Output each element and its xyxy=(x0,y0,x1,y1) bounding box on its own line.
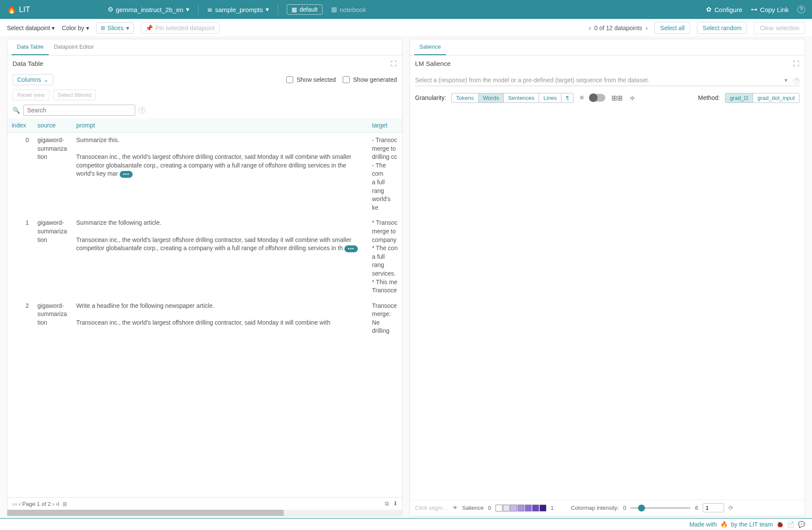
scrollbar-thumb[interactable] xyxy=(7,510,284,516)
th-index[interactable]: index xyxy=(7,118,33,133)
method-grad-dot-input[interactable]: grad_dot_input xyxy=(753,93,799,102)
slices-button[interactable]: ⊞ Slices ▾ xyxy=(96,22,134,34)
th-prompt[interactable]: prompt xyxy=(72,118,368,133)
chevron-down-icon[interactable]: ▾ xyxy=(784,77,787,84)
click-segment-label: Click segm… xyxy=(415,505,448,511)
split-icon[interactable]: ≑ xyxy=(629,93,636,103)
copy-link-button[interactable]: ⊶ Copy Link xyxy=(751,6,789,13)
top-bar: 🔥 LIT ⚙ gemma_instruct_2b_en ▾ ≣ sample_… xyxy=(0,0,812,19)
th-target[interactable]: target xyxy=(368,118,402,133)
color-by-label: Color by xyxy=(62,25,84,31)
view-toggle[interactable] xyxy=(590,94,605,102)
cell-index: 1 xyxy=(7,215,33,298)
next-icon[interactable]: › xyxy=(646,25,648,31)
show-selected-checkbox[interactable]: Show selected xyxy=(286,76,336,83)
prev-page-icon[interactable]: ‹ xyxy=(19,501,21,507)
scale-hi: 1 xyxy=(551,505,554,511)
method-label: Method: xyxy=(698,94,720,101)
chat-icon[interactable]: 💬 xyxy=(798,521,805,528)
grid-icon[interactable]: ⊞ xyxy=(62,501,67,507)
datapoint-nav: ‹ 0 of 12 datapoints › xyxy=(589,25,648,31)
left-panel-header: Data Table ⛶ xyxy=(7,56,402,71)
right-panel-body: Select a (response) from the model or a … xyxy=(410,71,805,516)
model-selector[interactable]: ⚙ gemma_instruct_2b_en ▾ xyxy=(108,6,189,13)
color-by-dropdown[interactable]: Color by ▾ xyxy=(62,25,89,31)
search-input[interactable] xyxy=(23,105,135,116)
configure-button[interactable]: ✿ Configure xyxy=(706,6,742,13)
gran-words[interactable]: Words xyxy=(479,93,504,102)
gran-sentences[interactable]: Sentences xyxy=(504,93,539,102)
salience-content xyxy=(410,106,805,500)
colormap-intensity-label: Colormap intensity: xyxy=(571,505,619,511)
salience-scale-label: Salience xyxy=(462,505,484,511)
horizontal-scrollbar[interactable] xyxy=(7,510,402,516)
layout-notebook[interactable]: ▦ notebook xyxy=(331,6,366,13)
last-page-icon[interactable]: ›I xyxy=(56,501,59,507)
gran-lines[interactable]: Lines xyxy=(539,93,561,102)
data-table: index source prompt target 0gigaword-sum… xyxy=(7,118,402,339)
more-pill[interactable]: ••• xyxy=(344,245,358,252)
select-datapoint-dropdown[interactable]: Select datapoint ▾ xyxy=(7,25,55,31)
bug-icon[interactable]: 🐞 xyxy=(776,521,784,528)
brand: 🔥 LIT xyxy=(7,5,30,14)
prev-icon[interactable]: ‹ xyxy=(589,25,591,31)
copy-icon[interactable]: ⧉ xyxy=(385,500,389,507)
clear-selection-button: Clear selection xyxy=(754,22,805,34)
table-row[interactable]: 1gigaword-summarizationSummarize the fol… xyxy=(7,215,402,298)
show-generated-input[interactable] xyxy=(343,76,350,83)
eye-icon[interactable]: 👁 xyxy=(452,505,458,511)
th-source[interactable]: source xyxy=(33,118,72,133)
table-row[interactable]: 2gigaword-summarizationWrite a headline … xyxy=(7,298,402,339)
select-filtered-button: Select filtered xyxy=(53,90,96,100)
datapoint-count: 0 of 12 datapoints xyxy=(594,25,642,31)
separator xyxy=(198,4,198,15)
download-icon[interactable]: ⬇ xyxy=(393,500,398,507)
chevron-down-icon: ▾ xyxy=(186,6,189,13)
expand-icon[interactable]: ⛶ xyxy=(793,60,800,67)
tab-salience[interactable]: Salience xyxy=(414,39,446,55)
fire-icon: 🔥 xyxy=(7,5,16,14)
pin-label: Pin selected datapoint xyxy=(155,25,215,31)
dataset-selector[interactable]: ≣ sample_prompts ▾ xyxy=(207,6,269,13)
expand-icon[interactable]: ⛶ xyxy=(391,60,397,67)
next-page-icon[interactable]: › xyxy=(53,501,54,507)
brand-label: LIT xyxy=(19,5,30,14)
gran-tokens[interactable]: Tokens xyxy=(452,93,478,102)
layout-icon: ▦ xyxy=(291,6,297,13)
dataset-name: sample_prompts xyxy=(215,6,263,13)
grid-view-icon[interactable]: ⊞⊞ xyxy=(611,93,623,103)
columns-button[interactable]: Columns ⌄ xyxy=(12,74,53,85)
granularity-segmented: Tokens Words Sentences Lines ¶ xyxy=(451,93,573,103)
select-datapoint-label: Select datapoint xyxy=(7,25,50,31)
help-icon[interactable]: ? xyxy=(793,78,800,84)
density-icon[interactable]: ≡ xyxy=(579,93,584,102)
colormap-slider[interactable] xyxy=(630,507,691,509)
more-pill[interactable]: ••• xyxy=(120,171,133,177)
gran-paragraph[interactable]: ¶ xyxy=(561,93,573,102)
help-icon[interactable]: ? xyxy=(139,107,146,114)
refresh-icon[interactable]: ⟳ xyxy=(728,505,733,511)
select-all-button[interactable]: Select all xyxy=(654,22,690,34)
tab-datapoint-editor[interactable]: Datapoint Editor xyxy=(49,39,99,55)
help-icon[interactable]: ? xyxy=(797,6,805,13)
show-generated-checkbox[interactable]: Show generated xyxy=(343,76,397,83)
layout-default[interactable]: ▦ default xyxy=(287,4,322,15)
colormap-swatch xyxy=(532,505,539,511)
table-wrap[interactable]: index source prompt target 0gigaword-sum… xyxy=(7,118,402,497)
granularity-label: Granularity: xyxy=(415,94,446,101)
select-random-button[interactable]: Select random xyxy=(697,22,747,34)
first-page-icon[interactable]: ⏮ xyxy=(12,501,17,507)
table-row[interactable]: 0gigaword-summarizationSummarize this. T… xyxy=(7,133,402,216)
tab-data-table[interactable]: Data Table xyxy=(12,39,49,55)
layout-notebook-label: notebook xyxy=(340,6,366,13)
salience-selector[interactable]: Select a (response) from the model or a … xyxy=(415,75,800,86)
gear-icon: ✿ xyxy=(706,6,712,13)
method-grad-l2[interactable]: grad_l2 xyxy=(725,93,753,102)
colormap-value-input[interactable] xyxy=(703,503,724,512)
fire-icon: 🔥 xyxy=(720,521,728,528)
cell-source: gigaword-summarization xyxy=(33,215,72,298)
left-panel-title: Data Table xyxy=(12,60,43,67)
dt-actions: Reset view Select filtered xyxy=(7,88,402,102)
file-icon[interactable]: 📄 xyxy=(787,521,794,528)
show-selected-input[interactable] xyxy=(286,76,293,83)
